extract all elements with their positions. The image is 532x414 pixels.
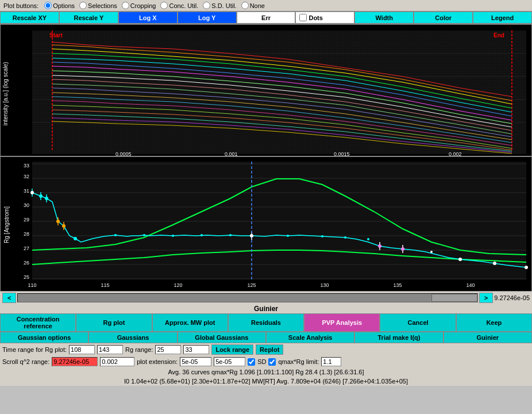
qmax-checkbox[interactable]	[268, 358, 276, 366]
rescale-y-button[interactable]: Rescale Y	[59, 12, 118, 24]
scroll2-value1-input[interactable]	[52, 357, 98, 366]
svg-text:30: 30	[24, 202, 29, 208]
svg-text:29: 29	[24, 217, 29, 223]
time-range-to-input[interactable]	[97, 345, 123, 354]
qmax-value-input[interactable]	[321, 357, 341, 366]
svg-point-57	[39, 194, 43, 198]
action-row-1: Concentration reference Rg plot Approx. …	[0, 313, 532, 332]
legend-button[interactable]: Legend	[473, 12, 532, 24]
rg-range-to-input[interactable]	[183, 345, 209, 354]
guinier-button[interactable]: Guinier	[444, 332, 532, 343]
svg-point-56	[30, 191, 34, 194]
svg-point-60	[62, 224, 65, 228]
svg-point-76	[493, 262, 496, 265]
scroll-row-2: Scroll q^2 range: plot extension: SD qma…	[0, 356, 532, 367]
svg-point-70	[344, 236, 346, 239]
svg-text:130: 130	[320, 282, 329, 288]
svg-point-65	[201, 234, 203, 236]
rg-time-plot: Rg [Angstrom] 25 26 27 28 29 30 31 32 33…	[0, 156, 532, 292]
radio-cropping[interactable]: Cropping	[122, 2, 156, 9]
rg-range-label: Rg range:	[125, 346, 153, 353]
svg-text:140: 140	[466, 282, 475, 288]
rg-range-from-input[interactable]	[155, 345, 181, 354]
approx-mw-plot-button[interactable]: Approx. MW plot	[152, 313, 228, 332]
global-gaussians-button[interactable]: Global Gaussians	[178, 332, 266, 343]
radio-options[interactable]: Options	[44, 2, 75, 9]
residuals-button[interactable]: Residuals	[228, 313, 304, 332]
dots-checkbox[interactable]	[299, 14, 307, 21]
action-row-2: Gaussian options Gaussians Global Gaussi…	[0, 332, 532, 343]
plot-buttons-label: Plot buttons:	[3, 2, 38, 9]
radio-none[interactable]: None	[241, 2, 265, 9]
radio-conc-util[interactable]: Conc. Util.	[160, 2, 198, 9]
status-row-2: I0 1.04e+02 (5.68e+01) [2.30e+01:1.87e+0…	[0, 377, 532, 386]
qmax-rg-limit-label: qmax*Rg limit:	[278, 358, 319, 365]
scroll2-label: Scroll q^2 range:	[2, 358, 49, 365]
width-button[interactable]: Width	[354, 12, 414, 24]
svg-text:Time [a.u.]: Time [a.u.]	[266, 291, 293, 292]
time-range-from-input[interactable]	[69, 345, 95, 354]
button-bar: Rescale XY Rescale Y Log X Log Y Err Dot…	[0, 12, 532, 24]
scroll-left-button[interactable]: <	[2, 293, 16, 303]
trial-make-iq-button[interactable]: Trial make I(q)	[354, 332, 443, 343]
pvp-analysis-button[interactable]: PVP Analysis	[304, 313, 380, 332]
svg-point-75	[458, 258, 462, 261]
svg-point-58	[45, 197, 48, 200]
svg-text:27: 27	[24, 246, 29, 251]
svg-text:Rg [Angstrom]: Rg [Angstrom]	[3, 206, 10, 243]
bottom-controls: < > 9.27246e-05 Guinier Concentration re…	[0, 292, 532, 386]
cancel-button[interactable]: Cancel	[380, 313, 456, 332]
color-button[interactable]: Color	[414, 12, 473, 24]
concentration-reference-button[interactable]: Concentration reference	[0, 313, 76, 332]
dots-button[interactable]: Dots	[295, 12, 354, 24]
sd-checkbox[interactable]	[248, 358, 255, 366]
svg-point-74	[430, 251, 433, 253]
svg-text:125: 125	[247, 282, 256, 288]
plot-ext1-input[interactable]	[180, 357, 211, 366]
svg-point-71	[367, 238, 369, 240]
log-x-button[interactable]: Log X	[118, 12, 178, 24]
svg-text:intensity [a.u.] (log scale): intensity [a.u.] (log scale)	[2, 62, 9, 126]
svg-point-77	[525, 266, 528, 269]
svg-text:28: 28	[24, 231, 29, 237]
log-y-button[interactable]: Log Y	[178, 12, 237, 24]
params-row: Time range for Rg plot: Rg range: Lock r…	[0, 343, 532, 356]
svg-text:33: 33	[24, 163, 29, 168]
svg-point-61	[74, 237, 77, 240]
svg-point-64	[172, 235, 174, 237]
scroll-thumb[interactable]	[431, 294, 477, 302]
svg-text:115: 115	[101, 282, 109, 288]
radio-selections[interactable]: Selections	[79, 2, 117, 9]
time-range-label: Time range for Rg plot:	[2, 346, 67, 353]
svg-point-67	[250, 234, 253, 237]
lock-range-button[interactable]: Lock range	[211, 344, 253, 355]
scroll2-value2-input[interactable]	[100, 357, 134, 366]
top-bar: Plot buttons: Options Selections Croppin…	[0, 0, 532, 12]
scatter-plot: intensity [a.u.] (log scale) 0.0005 0.00…	[0, 24, 532, 156]
svg-point-59	[56, 220, 60, 223]
sd-label: SD	[257, 358, 266, 365]
scroll-right-button[interactable]: >	[479, 293, 493, 303]
plot-ext2-input[interactable]	[214, 357, 245, 366]
svg-text:25: 25	[24, 274, 29, 280]
scale-analysis-button[interactable]: Scale Analysis	[266, 332, 354, 343]
svg-point-68	[287, 235, 289, 237]
keep-button[interactable]: Keep	[456, 313, 532, 332]
scroll-track[interactable]	[17, 293, 477, 302]
svg-point-62	[114, 234, 117, 236]
radio-sd-util[interactable]: S.D. Util.	[203, 2, 236, 9]
rescale-xy-button[interactable]: Rescale XY	[0, 12, 59, 24]
gaussian-options-button[interactable]: Gaussian options	[0, 332, 88, 343]
svg-point-72	[378, 244, 381, 248]
rg-plot-button[interactable]: Rg plot	[76, 313, 152, 332]
replot-button[interactable]: Replot	[256, 344, 283, 355]
gaussians-button[interactable]: Gaussians	[88, 332, 177, 343]
plot-extension-label: plot extension:	[137, 358, 178, 365]
svg-text:26: 26	[24, 260, 29, 266]
svg-point-63	[143, 234, 145, 236]
plot-buttons-radios: Options Selections Cropping Conc. Util. …	[44, 2, 265, 9]
svg-text:32: 32	[24, 174, 29, 179]
guinier-section-label: Guinier	[0, 304, 532, 313]
scroll-bar-row: < > 9.27246e-05	[0, 292, 532, 304]
err-button[interactable]: Err	[237, 12, 296, 24]
